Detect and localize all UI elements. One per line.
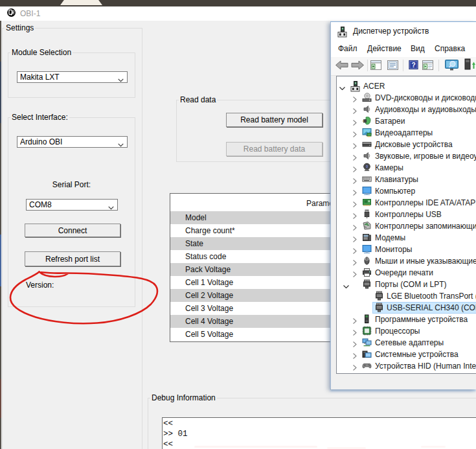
svg-text:?: ? — [411, 62, 415, 69]
